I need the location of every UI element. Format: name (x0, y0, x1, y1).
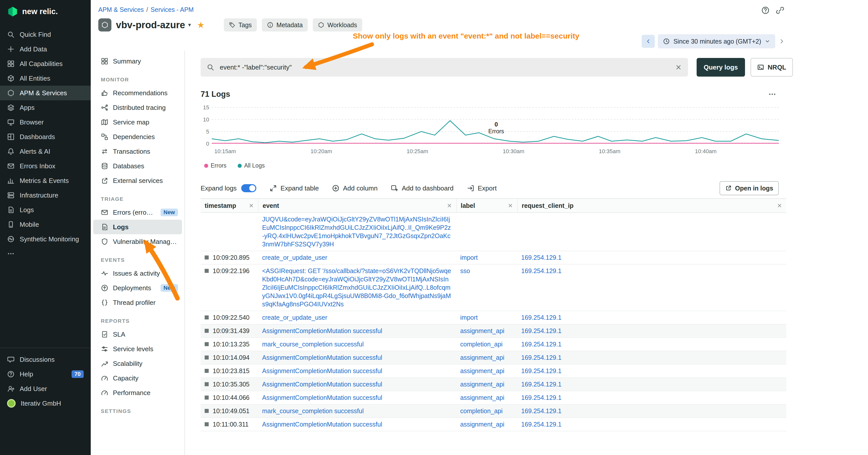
query-logs-button[interactable]: Query logs (696, 58, 745, 76)
expand-row-handle[interactable] (205, 395, 209, 399)
log-row[interactable]: 10:11:00.311AssignmentCompletionMutation… (200, 418, 786, 431)
ip-link[interactable]: 169.254.129.1 (521, 394, 561, 401)
subnav-item-dependencies[interactable]: Dependencies (93, 130, 182, 144)
log-row[interactable]: 10:09:22.196<ASGIRequest: GET '/sso/call… (200, 264, 786, 311)
sidebar-item-discussions[interactable]: Discussions (0, 352, 91, 367)
subnav-item-deployments[interactable]: DeploymentsNew (93, 281, 182, 295)
sidebar-item-all-entities[interactable]: All Entities (0, 71, 91, 86)
ip-link[interactable]: 169.254.129.1 (521, 267, 561, 274)
subnav-item-errors-errors-inb[interactable]: Errors (errors inb...New (93, 205, 182, 220)
expand-row-handle[interactable] (205, 422, 209, 426)
label-link[interactable]: completion_api (460, 340, 502, 348)
sidebar-item-dashboards[interactable]: Dashboards (0, 130, 91, 144)
label-link[interactable]: import (460, 254, 477, 261)
sidebar-item-errors-inbox[interactable]: Errors Inbox (0, 159, 91, 173)
event-link[interactable]: <ASGIRequest: GET '/sso/callback/?state=… (262, 267, 451, 307)
event-link[interactable]: AssignmentCompletionMutation successful (262, 327, 382, 334)
subnav-item-service-levels[interactable]: Service levels (93, 342, 182, 356)
label-link[interactable]: assignment_api (460, 394, 504, 401)
clear-column-event[interactable] (446, 203, 452, 208)
time-picker[interactable]: Since 30 minutes ago (GMT+2) (658, 34, 775, 48)
log-row[interactable]: 10:10:14.094AssignmentCompletionMutation… (200, 351, 786, 364)
time-forward-button[interactable] (778, 38, 785, 45)
column-header-request-client-ip[interactable]: request_client_ip (517, 199, 786, 213)
column-header-event[interactable]: event (258, 199, 456, 213)
entity-switcher-caret-icon[interactable]: ▾ (188, 22, 191, 28)
log-row[interactable]: 10:10:49.051mark_course_completion succe… (200, 404, 786, 418)
sidebar-item-metrics-events[interactable]: Metrics & Events (0, 173, 91, 188)
label-link[interactable]: import (460, 314, 477, 321)
label-link[interactable]: assignment_api (460, 421, 504, 428)
ip-link[interactable]: 169.254.129.1 (521, 327, 561, 334)
sidebar-item-quick-find[interactable]: Quick Find (0, 27, 91, 42)
expand-row-handle[interactable] (205, 329, 209, 333)
subnav-item-transactions[interactable]: Transactions (93, 144, 182, 159)
subnav-item-databases[interactable]: Databases (93, 159, 182, 173)
subnav-item-thread-profiler[interactable]: Thread profiler (93, 295, 182, 310)
label-link[interactable]: completion_api (460, 408, 502, 415)
help-circle-icon[interactable] (761, 6, 770, 14)
subnav-item-logs[interactable]: Logs (93, 220, 182, 234)
expand-row-handle[interactable] (205, 342, 209, 346)
breadcrumb-apm-services[interactable]: APM & Services (98, 6, 144, 13)
expand-row-handle[interactable] (205, 382, 209, 386)
subnav-item-scalability[interactable]: Scalability (93, 356, 182, 371)
expand-row-handle[interactable] (205, 409, 209, 413)
new-relic-logo[interactable]: new relic. (0, 0, 91, 22)
log-row[interactable]: 10:09:31.439AssignmentCompletionMutation… (200, 325, 786, 338)
event-link[interactable]: create_or_update_user (262, 254, 328, 261)
sidebar-item-mobile[interactable]: Mobile (0, 217, 91, 232)
expand-row-handle[interactable] (205, 256, 209, 260)
more-options-button[interactable] (768, 90, 776, 98)
log-row[interactable]: 10:10:13.235mark_course_completion succe… (200, 338, 786, 351)
add-to-dashboard-button[interactable]: Add to dashboard (391, 185, 454, 192)
expand-logs-control[interactable]: Expand logs (200, 184, 256, 192)
clear-column-timestamp[interactable] (248, 203, 254, 208)
ip-link[interactable]: 169.254.129.1 (521, 314, 561, 321)
entity-name[interactable]: vbv-prod-azure (116, 20, 185, 31)
clear-column-request-client-ip[interactable] (777, 203, 782, 208)
sidebar-item-logs[interactable]: Logs (0, 202, 91, 217)
ip-link[interactable]: 169.254.129.1 (521, 340, 561, 348)
sidebar-item-browser[interactable]: Browser (0, 115, 91, 130)
ip-link[interactable]: 169.254.129.1 (521, 367, 561, 375)
event-link[interactable]: AssignmentCompletionMutation successful (262, 354, 382, 361)
column-header-timestamp[interactable]: timestamp (200, 199, 258, 213)
add-column-button[interactable]: Add column (332, 185, 377, 192)
breadcrumb-services-apm[interactable]: Services - APM (151, 6, 194, 13)
subnav-item-issues-activity[interactable]: Issues & activity (93, 266, 182, 281)
subnav-item-vulnerability-management[interactable]: Vulnerability Management (93, 234, 182, 249)
expand-row-handle[interactable] (205, 369, 209, 373)
favorite-star-icon[interactable]: ★ (197, 21, 205, 29)
sidebar-item-help[interactable]: Help70 (0, 367, 91, 382)
clear-column-label[interactable] (507, 203, 513, 208)
event-link[interactable]: AssignmentCompletionMutation successful (262, 421, 382, 428)
sidebar-item-all-capabilities[interactable]: All Capabilities (0, 57, 91, 71)
permalink-icon[interactable] (776, 6, 784, 14)
ip-link[interactable]: 169.254.129.1 (521, 381, 561, 388)
event-link[interactable]: AssignmentCompletionMutation successful (262, 381, 382, 388)
sidebar-item-alerts-ai[interactable]: Alerts & AI (0, 144, 91, 159)
label-link[interactable]: sso (460, 267, 470, 274)
subnav-item-sla[interactable]: SLA (93, 327, 182, 342)
sidebar-item-add-user[interactable]: Add User (0, 382, 91, 396)
tags-button[interactable]: Tags (224, 19, 257, 32)
ip-link[interactable]: 169.254.129.1 (521, 421, 561, 428)
open-in-logs-button[interactable]: Open in logs (719, 181, 779, 195)
subnav-item-distributed-tracing[interactable]: Distributed tracing (93, 100, 182, 115)
sidebar-item-infrastructure[interactable]: Infrastructure (0, 188, 91, 202)
ip-link[interactable]: 169.254.129.1 (521, 408, 561, 415)
sidebar-item-apps[interactable]: Apps (0, 100, 91, 115)
label-link[interactable]: assignment_api (460, 367, 504, 375)
log-query-box[interactable] (200, 58, 688, 76)
subnav-item-summary[interactable]: Summary (93, 54, 182, 68)
event-link[interactable]: mark_course_completion successful (262, 408, 364, 415)
event-link[interactable]: create_or_update_user (262, 314, 328, 321)
workloads-button[interactable]: Workloads (313, 19, 362, 32)
expand-table-button[interactable]: Expand table (270, 185, 319, 192)
ip-link[interactable]: 169.254.129.1 (521, 254, 561, 261)
nrql-button[interactable]: NRQL (750, 58, 793, 76)
subnav-item-capacity[interactable]: Capacity (93, 371, 182, 386)
chart-plot-area[interactable]: 0 Errors (212, 105, 779, 147)
log-row[interactable]: 10:10:44.066AssignmentCompletionMutation… (200, 391, 786, 404)
